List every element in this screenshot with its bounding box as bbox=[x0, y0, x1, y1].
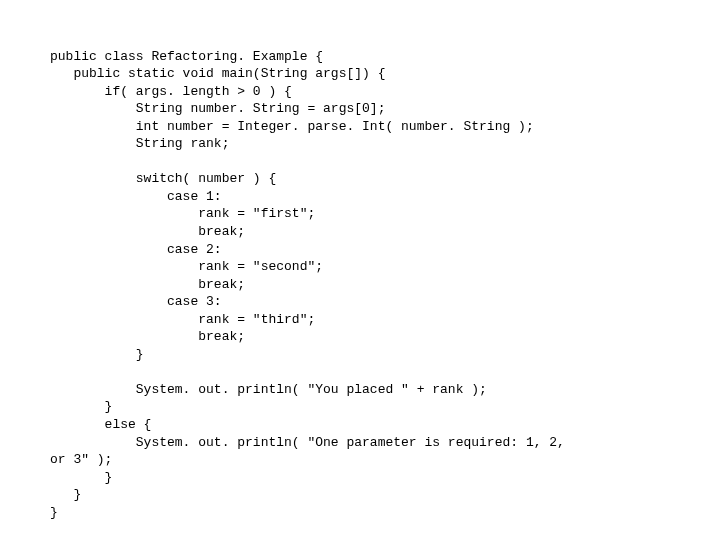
code-line: System. out. println( "You placed " + ra… bbox=[50, 382, 487, 397]
code-line: else { bbox=[50, 417, 151, 432]
code-line: rank = "third"; bbox=[50, 312, 315, 327]
code-line: case 2: bbox=[50, 242, 222, 257]
code-block: public class Refactoring. Example { publ… bbox=[0, 0, 720, 540]
code-line: } bbox=[50, 399, 112, 414]
code-line: int number = Integer. parse. Int( number… bbox=[50, 119, 534, 134]
code-line: } bbox=[50, 487, 81, 502]
code-line: or 3" ); bbox=[50, 452, 112, 467]
code-line: break; bbox=[50, 224, 245, 239]
code-line: break; bbox=[50, 277, 245, 292]
code-line: public class Refactoring. Example { bbox=[50, 49, 323, 64]
code-line: } bbox=[50, 347, 144, 362]
code-line: if( args. length > 0 ) { bbox=[50, 84, 292, 99]
code-line: String number. String = args[0]; bbox=[50, 101, 385, 116]
code-line: public static void main(String args[]) { bbox=[50, 66, 385, 81]
code-line: String rank; bbox=[50, 136, 229, 151]
code-line: rank = "second"; bbox=[50, 259, 323, 274]
code-line: case 1: bbox=[50, 189, 222, 204]
code-line: break; bbox=[50, 329, 245, 344]
code-line: case 3: bbox=[50, 294, 222, 309]
code-line: } bbox=[50, 470, 112, 485]
code-line: switch( number ) { bbox=[50, 171, 276, 186]
code-line: } bbox=[50, 505, 58, 520]
code-line: System. out. println( "One parameter is … bbox=[50, 435, 565, 450]
code-line: rank = "first"; bbox=[50, 206, 315, 221]
